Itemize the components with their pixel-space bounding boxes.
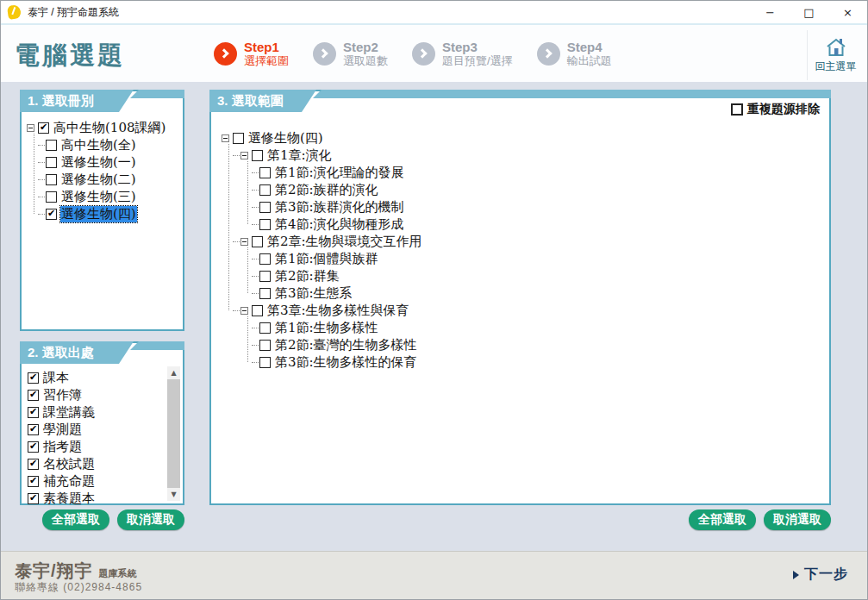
expand-toggle-icon[interactable] (240, 307, 248, 315)
tree-item-book[interactable]: 選修生物(一) (38, 153, 183, 171)
select-all-button[interactable]: 全部選取 (42, 509, 109, 530)
chapter-item[interactable]: 第3章:生物多樣性與保育 (233, 302, 829, 319)
checkbox[interactable] (259, 202, 271, 213)
tree-item-label: 第3節:生態系 (274, 285, 353, 302)
checkbox[interactable] (46, 140, 57, 151)
source-item[interactable]: 指考題 (25, 438, 165, 455)
exclude-duplicates-option[interactable]: 重複題源排除 (731, 102, 821, 117)
expand-toggle-icon[interactable] (27, 124, 34, 132)
source-item[interactable]: 課本 (25, 369, 165, 386)
title-bar: 泰宇 / 翔宇命題系統 − □ × (1, 1, 867, 23)
tree-root-item[interactable]: 高中生物(108課綱) (27, 119, 183, 136)
checkbox[interactable] (252, 305, 263, 316)
scope-buttons: 全部選取 取消選取 (209, 509, 831, 530)
brand: 泰宇/翔宇 題庫系統 (15, 559, 137, 583)
checkbox[interactable] (28, 372, 39, 384)
source-item[interactable]: 課堂講義 (25, 403, 165, 421)
app-window: 泰宇 / 翔宇命題系統 − □ × 電腦選題 Step1選擇範圍Step2選取題… (0, 0, 868, 600)
section-item[interactable]: 第2節:族群的演化 (252, 181, 829, 198)
section-item[interactable]: 第2節:群集 (252, 267, 829, 284)
checkbox[interactable] (259, 357, 271, 368)
section-item[interactable]: 第3節:生物多樣性的保育 (252, 353, 829, 371)
step-chevron-icon (412, 42, 435, 66)
chapter-item[interactable]: 第2章:生物與環境交互作用 (233, 233, 829, 250)
scrollbar[interactable]: ▲ ▼ (167, 366, 180, 501)
source-item-label: 素養題本 (42, 491, 96, 507)
maximize-button[interactable]: □ (790, 1, 828, 23)
select-all-button[interactable]: 全部選取 (689, 509, 756, 530)
chapter-item[interactable]: 第1章:演化 (233, 147, 829, 164)
section-item[interactable]: 第3節:生態系 (252, 284, 829, 302)
checkbox[interactable] (259, 184, 271, 196)
close-button[interactable]: × (828, 1, 867, 23)
step-chevron-icon (214, 42, 237, 66)
checkbox[interactable] (46, 209, 57, 220)
panel-select-scope-title: 3. 選取範圍 (209, 90, 316, 112)
scope-root-item[interactable]: 選修生物(四) (222, 129, 829, 147)
section-item[interactable]: 第4節:演化與物種形成 (252, 216, 829, 233)
checkbox[interactable] (259, 167, 271, 178)
checkbox[interactable] (28, 441, 39, 453)
tree-connector-line (228, 144, 229, 310)
content-area: 1. 選取冊別 高中生物(108課綱)高中生物(全)選修生物(一)選修生物(二)… (1, 82, 867, 553)
tree-connector-line (252, 259, 259, 259)
chevron-right-icon (542, 48, 552, 58)
expand-toggle-icon[interactable] (240, 152, 248, 159)
contact-info: 聯絡專線 (02)2984-4865 (15, 580, 142, 595)
checkbox[interactable] (28, 407, 39, 418)
minimize-button[interactable]: − (751, 1, 790, 23)
source-item[interactable]: 習作簿 (25, 386, 165, 403)
deselect-button[interactable]: 取消選取 (117, 509, 184, 530)
section-item[interactable]: 第1節:個體與族群 (252, 250, 829, 267)
checkbox[interactable] (259, 271, 271, 282)
source-buttons: 全部選取 取消選取 (20, 509, 184, 530)
deselect-button[interactable]: 取消選取 (764, 509, 831, 530)
section-item[interactable]: 第1節:演化理論的發展 (252, 164, 829, 181)
scroll-thumb[interactable] (167, 379, 180, 488)
checkbox[interactable] (38, 122, 49, 134)
checkbox[interactable] (28, 459, 39, 470)
home-button[interactable]: 回主選單 (807, 30, 864, 80)
checkbox[interactable] (28, 424, 39, 435)
source-item[interactable]: 名校試題 (25, 455, 165, 472)
checkbox[interactable] (259, 288, 271, 299)
expand-toggle-icon[interactable] (240, 238, 248, 246)
next-step-label: 下一步 (804, 566, 848, 584)
tree-item-book[interactable]: 高中生物(全) (38, 136, 183, 153)
checkbox[interactable] (46, 191, 57, 203)
checkbox[interactable] (259, 219, 271, 230)
exclude-duplicates-checkbox[interactable] (731, 103, 743, 116)
section-item[interactable]: 第1節:生物多樣性 (252, 319, 829, 336)
brand-suffix: 題庫系統 (99, 567, 137, 580)
tree-item-book[interactable]: 選修生物(四) (38, 205, 183, 222)
tree-connector-line (34, 134, 34, 214)
panel-select-source: 2. 選取出處 課本習作簿課堂講義學測題指考題名校試題補充命題素養題本 ▲ ▼ (20, 341, 184, 505)
checkbox[interactable] (28, 390, 39, 401)
checkbox[interactable] (259, 253, 271, 265)
source-item[interactable]: 素養題本 (25, 490, 165, 507)
tree-connector-line (252, 276, 259, 277)
expand-toggle-icon[interactable] (222, 134, 229, 142)
step-chevron-icon (313, 42, 336, 66)
scroll-down-button[interactable]: ▼ (167, 488, 180, 501)
section-item[interactable]: 第2節:臺灣的生物多樣性 (252, 336, 829, 353)
checkbox[interactable] (259, 340, 271, 351)
checkbox[interactable] (259, 322, 271, 334)
source-item[interactable]: 補充命題 (25, 472, 165, 490)
checkbox[interactable] (28, 476, 39, 487)
source-item[interactable]: 學測題 (25, 421, 165, 438)
checkbox[interactable] (28, 493, 39, 504)
home-button-label: 回主選單 (815, 59, 857, 74)
chevron-right-icon (219, 48, 228, 58)
checkbox[interactable] (46, 157, 57, 168)
tree-item-book[interactable]: 選修生物(三) (38, 188, 183, 205)
checkbox[interactable] (252, 236, 263, 247)
next-step-button[interactable]: 下一步 (793, 566, 848, 584)
checkbox[interactable] (252, 150, 263, 161)
section-item[interactable]: 第3節:族群演化的機制 (252, 198, 829, 216)
checkbox[interactable] (233, 133, 244, 144)
checkbox[interactable] (46, 174, 57, 185)
scroll-up-button[interactable]: ▲ (167, 366, 180, 379)
section-list: 第1節:個體與族群第2節:群集第3節:生態系 (244, 250, 829, 302)
tree-item-book[interactable]: 選修生物(二) (38, 171, 183, 188)
